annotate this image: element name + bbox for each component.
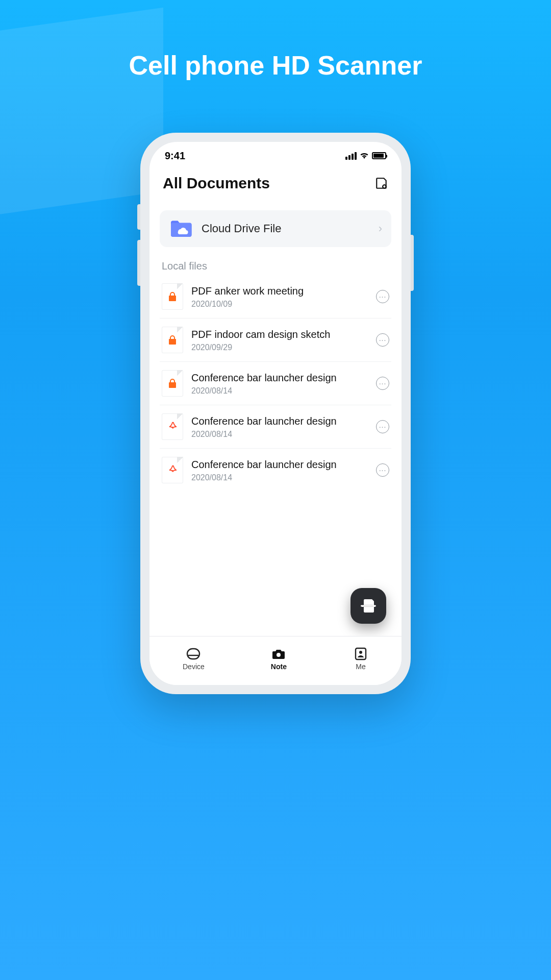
save-settings-icon[interactable] — [375, 177, 388, 190]
more-button[interactable]: ··· — [376, 420, 389, 433]
file-date: 2020/09/29 — [191, 343, 368, 352]
scan-icon — [361, 598, 376, 614]
status-bar: 9:41 — [149, 142, 402, 165]
file-row[interactable]: Conference bar launcher design 2020/08/1… — [160, 362, 391, 405]
more-button[interactable]: ··· — [376, 377, 389, 390]
local-files-label: Local files — [149, 255, 402, 275]
more-button[interactable]: ··· — [376, 333, 389, 347]
status-time: 9:41 — [165, 150, 185, 162]
cloud-drive-card[interactable]: Cloud Drive File › — [160, 210, 391, 247]
file-row[interactable]: PDF indoor cam design sketch 2020/09/29 … — [160, 318, 391, 362]
pdf-doc-icon — [162, 413, 183, 440]
chevron-right-icon: › — [379, 222, 382, 235]
cellular-icon — [345, 152, 357, 160]
file-row[interactable]: Conference bar launcher design 2020/08/1… — [160, 449, 391, 492]
tab-label: Note — [271, 663, 287, 671]
phone-screen: 9:41 All Documents Cloud Drive File › — [149, 142, 402, 685]
svg-point-1 — [172, 427, 173, 428]
wifi-icon — [360, 152, 369, 159]
tab-label: Device — [183, 663, 205, 671]
banner-title: Cell phone HD Scanner — [0, 50, 551, 81]
svg-point-0 — [383, 185, 386, 188]
cloud-folder-icon — [169, 218, 193, 239]
file-title: Conference bar launcher design — [191, 372, 368, 384]
lock-doc-icon — [162, 370, 183, 397]
svg-rect-8 — [187, 649, 199, 659]
profile-icon — [353, 647, 368, 660]
svg-point-9 — [277, 653, 281, 657]
camera-icon — [271, 647, 286, 660]
file-date: 2020/08/14 — [191, 430, 368, 439]
file-title: PDF indoor cam design sketch — [191, 328, 368, 341]
pdf-doc-icon — [162, 457, 183, 483]
svg-point-2 — [172, 470, 173, 471]
file-date: 2020/10/09 — [191, 300, 368, 309]
more-button[interactable]: ··· — [376, 463, 389, 477]
lock-doc-icon — [162, 327, 183, 353]
device-icon — [186, 647, 201, 660]
cloud-drive-label: Cloud Drive File — [202, 222, 370, 235]
bottom-tabbar: Device Note Me — [149, 636, 402, 685]
scan-fab-button[interactable] — [350, 588, 386, 624]
tab-note[interactable]: Note — [271, 647, 287, 671]
file-row[interactable]: PDF anker work meeting 2020/10/09 ··· — [160, 275, 391, 318]
file-date: 2020/08/14 — [191, 386, 368, 396]
battery-icon — [372, 152, 386, 159]
page-title: All Documents — [163, 175, 270, 192]
tab-me[interactable]: Me — [353, 647, 368, 671]
file-title: Conference bar launcher design — [191, 415, 368, 428]
page-header: All Documents — [149, 165, 402, 197]
file-list: PDF anker work meeting 2020/10/09 ··· PD… — [149, 275, 402, 492]
phone-frame: 9:41 All Documents Cloud Drive File › — [140, 133, 411, 694]
file-title: PDF anker work meeting — [191, 285, 368, 298]
lock-doc-icon — [162, 283, 183, 310]
more-button[interactable]: ··· — [376, 290, 389, 303]
file-title: Conference bar launcher design — [191, 458, 368, 471]
background-shape — [0, 8, 163, 217]
tab-device[interactable]: Device — [183, 647, 205, 671]
svg-point-11 — [359, 651, 362, 654]
file-row[interactable]: Conference bar launcher design 2020/08/1… — [160, 405, 391, 449]
file-date: 2020/08/14 — [191, 473, 368, 482]
tab-label: Me — [356, 663, 365, 671]
